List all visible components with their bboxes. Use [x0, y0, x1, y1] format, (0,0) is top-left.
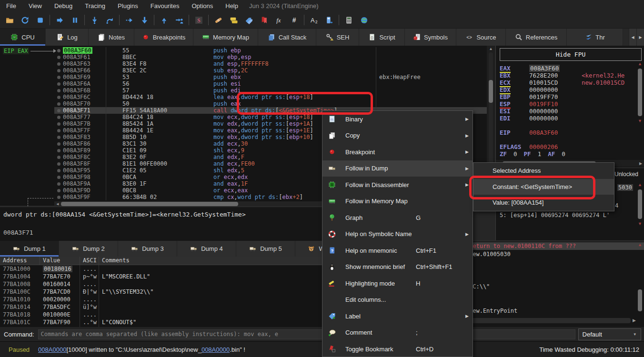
- context-menu-item-help-on-symbolic-name[interactable]: Help on Symbolic Name▶: [322, 226, 473, 243]
- menubar-item-options[interactable]: Options: [185, 0, 219, 12]
- tab-log[interactable]: Log: [46, 29, 89, 46]
- register-value[interactable]: 010015CD: [529, 79, 582, 86]
- submenu-item-selected-address[interactable]: Selected Address: [473, 163, 614, 179]
- tab-dump-1[interactable]: Dump 1: [0, 241, 59, 257]
- arguments-vscrollbar[interactable]: ▲ ▼: [636, 182, 644, 239]
- scroll-left-icon[interactable]: ◀: [54, 202, 61, 206]
- disassembly-row[interactable]: 008A3F618BECmov ebp,esp: [54, 54, 487, 60]
- register-value[interactable]: 00000206: [529, 143, 582, 150]
- arguments-vscroll-thumb[interactable]: [638, 189, 642, 219]
- tab-references[interactable]: References: [506, 29, 567, 46]
- register-value[interactable]: 008A3F60: [529, 65, 582, 72]
- tab-symbols[interactable]: Symbols: [405, 29, 456, 46]
- toolbar-step-into-button[interactable]: [87, 13, 102, 27]
- register-value[interactable]: 7628E200: [529, 72, 582, 79]
- menubar-item-tracing[interactable]: Tracing: [79, 0, 111, 12]
- scroll-up-icon[interactable]: ▲: [636, 182, 644, 188]
- register-row-ebp[interactable]: EBP0019FF70: [500, 93, 636, 100]
- tab-cpu[interactable]: 32CPU: [0, 29, 46, 46]
- scroll-right-icon[interactable]: ▶: [633, 318, 636, 323]
- menubar-item-help[interactable]: Help: [219, 0, 244, 12]
- breakpoint-dot-icon[interactable]: [54, 127, 63, 134]
- register-value[interactable]: 00000000: [529, 86, 582, 93]
- toolbar-globe-button[interactable]: [356, 13, 372, 27]
- disassembly-hscroll-thumb[interactable]: [61, 202, 238, 206]
- context-menu-item-show-mnemonic-brief[interactable]: Show mnemonic briefCtrl+Shift+F1: [322, 259, 473, 276]
- register-row-esp[interactable]: ESP0019FF10: [500, 100, 636, 108]
- tab-notes[interactable]: Notes: [89, 29, 134, 46]
- status-address-link[interactable]: 008A0000: [38, 346, 66, 353]
- menubar-item-favourites[interactable]: Favourites: [144, 0, 186, 12]
- stack-hscrollbar[interactable]: [458, 318, 631, 323]
- toolbar-functions-button[interactable]: fx: [272, 13, 287, 27]
- tab-dump-4[interactable]: Dump 4: [177, 241, 236, 257]
- breakpoint-dot-icon[interactable]: [54, 174, 63, 180]
- lock-status-label[interactable]: Unlocked: [614, 171, 638, 178]
- scroll-down-icon[interactable]: ▼: [636, 118, 644, 124]
- breakpoint-dot-icon[interactable]: [54, 154, 63, 160]
- breakpoint-dot-icon[interactable]: [54, 100, 63, 107]
- breakpoint-dot-icon[interactable]: [54, 194, 63, 200]
- tab-script[interactable]: {)Script: [359, 29, 405, 46]
- toolbar-trace-into-button[interactable]: [137, 13, 152, 27]
- register-row-edx[interactable]: EDX00000000: [500, 86, 636, 93]
- register-row-eflags[interactable]: EFLAGS00000206: [500, 143, 636, 150]
- disassembly-vscroll-thumb[interactable]: [489, 80, 493, 103]
- registers-vscrollbar[interactable]: ▲ ▼: [636, 61, 644, 159]
- disassembly-row[interactable]: 008A3F6055push ebp: [54, 47, 487, 54]
- scroll-right-icon[interactable]: ▶: [637, 161, 644, 166]
- breakpoint-dot-icon[interactable]: [54, 160, 63, 167]
- toolbar-labels-button[interactable]: [241, 13, 256, 27]
- tab-thr[interactable]: Thr: [567, 29, 623, 46]
- breakpoint-dot-icon[interactable]: [54, 47, 63, 54]
- toolbar-checksum-button[interactable]: #: [287, 13, 302, 27]
- dump-column-address[interactable]: Address: [0, 257, 40, 265]
- dump-column-value[interactable]: Value: [40, 257, 80, 265]
- tab-dump-3[interactable]: Dump 3: [118, 241, 177, 257]
- tab-dump-5[interactable]: Dump 5: [236, 241, 295, 257]
- stack-pane[interactable]: return to new.0100110C from ???new.01005…: [457, 241, 644, 327]
- register-row-eip[interactable]: EIP008A3F60: [500, 129, 636, 136]
- scroll-up-icon[interactable]: ▲: [636, 61, 644, 67]
- tab-dump-2[interactable]: Dump 2: [59, 241, 118, 257]
- stack-row[interactable]: "C:\\": [469, 283, 644, 290]
- stack-row[interactable]: new.01005030: [469, 250, 644, 258]
- toolbar-run-to-user-button[interactable]: [171, 13, 187, 27]
- context-menu-item-graph[interactable]: GraphG: [322, 209, 473, 226]
- toolbar-font-button[interactable]: A2: [306, 13, 322, 27]
- disassembly-row[interactable]: 008A3F6953push ebxebx:HeapFree: [54, 74, 487, 80]
- flag-value[interactable]: 1: [538, 150, 542, 158]
- scroll-up-icon[interactable]: ▲: [636, 242, 644, 248]
- toolbar-till-return-button[interactable]: [121, 13, 137, 27]
- toolbar-restart-button[interactable]: [17, 13, 32, 27]
- toolbar-calc-attach-button[interactable]: [322, 13, 337, 27]
- breakpoint-dot-icon[interactable]: [54, 180, 63, 187]
- breakpoint-dot-icon[interactable]: [54, 54, 63, 60]
- breakpoint-dot-icon[interactable]: [54, 87, 63, 94]
- stack-vscroll-thumb[interactable]: [638, 289, 642, 311]
- stack-row[interactable]: return to new.0100110C from ???: [469, 242, 644, 250]
- disassembly-row[interactable]: 008A3F7050push eax: [54, 100, 487, 107]
- breakpoint-dot-icon[interactable]: [54, 140, 63, 147]
- toolbar-run-button[interactable]: [52, 13, 67, 27]
- breakpoint-dot-icon[interactable]: [54, 120, 63, 127]
- context-menu-item-highlighting-mode[interactable]: Highlighting modeH: [322, 275, 473, 292]
- breakpoint-dot-icon[interactable]: [54, 74, 63, 80]
- breakpoint-dot-icon[interactable]: [54, 134, 63, 140]
- breakpoint-dot-icon[interactable]: [54, 114, 63, 120]
- scroll-up-icon[interactable]: ▲: [487, 46, 495, 52]
- breakpoint-dot-icon[interactable]: [54, 60, 63, 67]
- menubar-item-view[interactable]: View: [22, 0, 48, 12]
- stack-vscrollbar[interactable]: ▲: [636, 242, 644, 314]
- submenu-item-constant-getsystemtime-[interactable]: Constant: <GetSystemTime>: [473, 179, 614, 195]
- breakpoint-dot-icon[interactable]: [54, 80, 63, 87]
- context-menu-item-edit-columns-[interactable]: Edit columns...: [322, 292, 473, 308]
- toolbar-step-out-button[interactable]: [156, 13, 171, 27]
- toolbar-scylla-button[interactable]: S: [191, 13, 206, 27]
- register-row-edi[interactable]: EDI00000000: [500, 115, 636, 122]
- menubar-item-plugins[interactable]: Plugins: [111, 0, 144, 12]
- breakpoint-dot-icon[interactable]: [54, 187, 63, 194]
- profile-dropdown[interactable]: Default ▼: [578, 328, 641, 340]
- register-value[interactable]: 00000000: [529, 108, 582, 115]
- flag-value[interactable]: 0: [562, 150, 565, 158]
